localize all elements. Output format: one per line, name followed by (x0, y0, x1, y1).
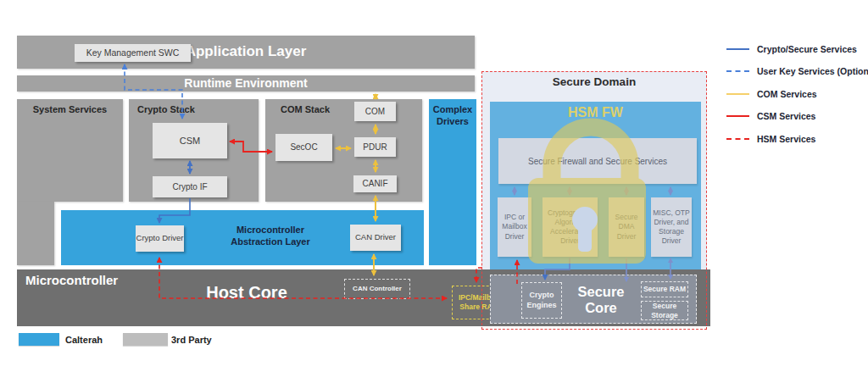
key-management-swc-box: Key Management SWC (75, 44, 191, 62)
com-label: COM (365, 107, 385, 117)
runtime-environment-title: Runtime Environment (17, 76, 475, 90)
crypto-stack-label: Crypto Stack (137, 104, 259, 114)
hsm-architecture-diagram: Secure Domain Secure Firewall and Secure… (0, 0, 868, 372)
legend-label: HSM Services (757, 134, 815, 144)
calterah-swatch-label: Calterah (65, 335, 103, 345)
legend-item-hsm: HSM Services (726, 134, 815, 144)
legend-line-solid-yellow (726, 93, 749, 95)
third-party-swatch (123, 333, 168, 346)
csm-label: CSM (180, 136, 200, 147)
legend-label: CSM Services (757, 111, 815, 121)
secoc-label: SecOC (290, 142, 317, 153)
host-core-label: Host Core (179, 283, 314, 303)
legend-label: COM Services (757, 89, 817, 99)
legend-label: User Key Services (Optional) (757, 66, 868, 76)
key-management-swc-label: Key Management SWC (86, 47, 180, 58)
csm-box: CSM (153, 123, 227, 158)
canif-box: CANIF (353, 175, 397, 192)
com-box: COM (354, 102, 396, 121)
crypto-driver-label: Crypto Driver (136, 234, 184, 243)
legend-item-user-key: User Key Services (Optional) (726, 66, 868, 76)
pdur-label: PDUR (363, 142, 387, 153)
complex-drivers: Complex Drivers (429, 99, 476, 265)
com-stack-label: COM Stack (281, 104, 422, 114)
legend-line-dashed-blue (726, 70, 749, 72)
mcal-label: Microcontroller Abstraction Layer (220, 224, 320, 248)
legend-item-crypto-secure: Crypto/Secure Services (726, 44, 857, 54)
can-driver-label: CAN Driver (355, 233, 396, 242)
calterah-swatch (19, 333, 59, 346)
third-party-swatch-label: 3rd Party (171, 335, 212, 345)
system-services-label: System Services (17, 104, 123, 114)
crypto-driver-box: Crypto Driver (136, 225, 184, 252)
complex-drivers-label: Complex Drivers (429, 104, 476, 128)
legend-item-com: COM Services (726, 89, 817, 99)
can-driver-box: CAN Driver (350, 225, 401, 251)
legend-line-solid-blue (726, 48, 749, 50)
canif-label: CANIF (363, 179, 388, 189)
legend-label: Crypto/Secure Services (757, 44, 857, 54)
legend-line-solid-red (726, 115, 749, 117)
secoc-box: SecOC (275, 134, 332, 161)
can-controller-box: CAN Controller (344, 279, 410, 299)
system-services: System Services (17, 99, 123, 202)
can-controller-label: CAN Controller (353, 285, 402, 293)
crypto-if-label: Crypto IF (172, 182, 207, 192)
legend-item-csm: CSM Services (726, 111, 815, 121)
legend-line-dashed-red (726, 138, 749, 140)
microcontroller-label: Microcontroller (25, 273, 118, 287)
crypto-if-box: Crypto IF (153, 176, 227, 197)
system-services-lower (17, 202, 54, 265)
pdur-box: PDUR (354, 137, 396, 157)
hsm-fw-label: HSM FW (490, 105, 701, 120)
runtime-environment: Runtime Environment (17, 75, 475, 92)
